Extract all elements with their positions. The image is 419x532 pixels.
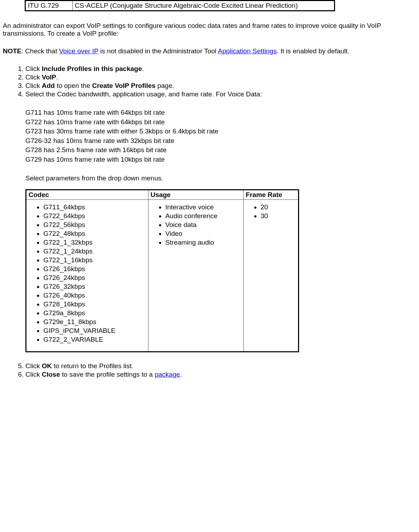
- framerate-list: 20 30: [246, 203, 296, 220]
- list-item: G711_64kbps: [43, 203, 146, 211]
- voice-data-list: G711 has 10ms frame rate with 64kbps bit…: [25, 108, 419, 165]
- step-2: Click VoIP.: [25, 73, 419, 81]
- step-5: Click OK to return to the Profiles list.: [25, 362, 419, 370]
- step-6: Click Close to save the profile settings…: [25, 371, 419, 378]
- list-item: G729e_11_8kbps: [43, 318, 146, 326]
- codec-standard-cell-desc: CS-ACELP (Conjugate Structure Algebraic-…: [73, 1, 335, 11]
- list-item: G722_48kbps: [43, 230, 146, 238]
- voice-data-item: G711 has 10ms frame rate with 64kbps bit…: [25, 108, 419, 118]
- framerate-header: Frame Rate: [243, 190, 298, 199]
- list-item: G722_1_32kbps: [43, 239, 146, 246]
- list-item: G722_1_16kbps: [43, 256, 146, 264]
- application-settings-link[interactable]: Application Settings: [218, 47, 277, 55]
- list-item: G726_40kbps: [43, 292, 146, 299]
- step-4: Select the Codec bandwidth, application …: [25, 90, 419, 352]
- usage-header: Usage: [148, 190, 243, 199]
- intro-paragraph: An administrator can export VoIP setting…: [0, 22, 419, 37]
- usage-cell: Interactive voice Audio conference Voice…: [148, 199, 243, 352]
- list-item: G726_16kbps: [43, 265, 146, 273]
- list-item: 30: [261, 212, 296, 220]
- voice-over-ip-link[interactable]: Voice over IP: [59, 47, 98, 55]
- voice-data-item: G729 has 10ms frame rate with 10kbps bit…: [25, 155, 419, 165]
- select-params-text: Select parameters from the drop down men…: [25, 174, 419, 182]
- steps-list: Click Include Profiles in this package. …: [0, 65, 419, 378]
- list-item: Voice data: [165, 221, 241, 229]
- list-item: GIPS_iPCM_VARIABLE: [43, 327, 146, 335]
- codec-list: G711_64kbps G722_64kbps G722_56kbps G722…: [29, 203, 146, 343]
- step-3: Click Add to open the Create VoIP Profil…: [25, 82, 419, 90]
- framerate-cell: 20 30: [243, 199, 298, 352]
- list-item: Audio conference: [165, 212, 241, 220]
- list-item: G726_24kbps: [43, 274, 146, 282]
- list-item: G722_2_VARIABLE: [43, 336, 146, 343]
- voice-data-item: G726-32 has 10ms frame rate with 32kbps …: [25, 136, 419, 146]
- note-text-3: . It is enabled by default.: [277, 47, 350, 55]
- parameters-table: Codec Usage Frame Rate G711_64kbps G722_…: [25, 189, 299, 352]
- note-text-2: is not disabled in the Administrator Too…: [98, 47, 218, 55]
- note-paragraph: NOTE: Check that Voice over IP is not di…: [0, 47, 419, 55]
- voice-data-item: G728 has 2.5ms frame rate with 16kbps bi…: [25, 145, 419, 155]
- codec-header: Codec: [26, 190, 148, 199]
- list-item: Interactive voice: [165, 203, 241, 211]
- voice-data-item: G723 has 30ms frame rate with either 5.3…: [25, 127, 419, 136]
- list-item: G722_56kbps: [43, 221, 146, 229]
- list-item: Video: [165, 230, 241, 238]
- list-item: G728_16kbps: [43, 300, 146, 308]
- note-text-1: : Check that: [22, 47, 59, 55]
- note-label: NOTE: [3, 47, 22, 55]
- list-item: G729a_8kbps: [43, 309, 146, 317]
- list-item: G722_1_24kbps: [43, 247, 146, 255]
- list-item: 20: [261, 203, 296, 211]
- codec-cell: G711_64kbps G722_64kbps G722_56kbps G722…: [26, 199, 148, 352]
- step-1: Click Include Profiles in this package.: [25, 65, 419, 73]
- codec-standard-cell-name: ITU G.729: [25, 1, 73, 11]
- list-item: Streaming audio: [165, 239, 241, 246]
- codec-standard-table: ITU G.729 CS-ACELP (Conjugate Structure …: [25, 0, 335, 11]
- usage-list: Interactive voice Audio conference Voice…: [151, 203, 241, 246]
- list-item: G722_64kbps: [43, 212, 146, 220]
- list-item: G726_32kbps: [43, 283, 146, 291]
- voice-data-item: G722 has 10ms frame rate with 64kbps bit…: [25, 118, 419, 127]
- package-link[interactable]: package: [154, 371, 180, 378]
